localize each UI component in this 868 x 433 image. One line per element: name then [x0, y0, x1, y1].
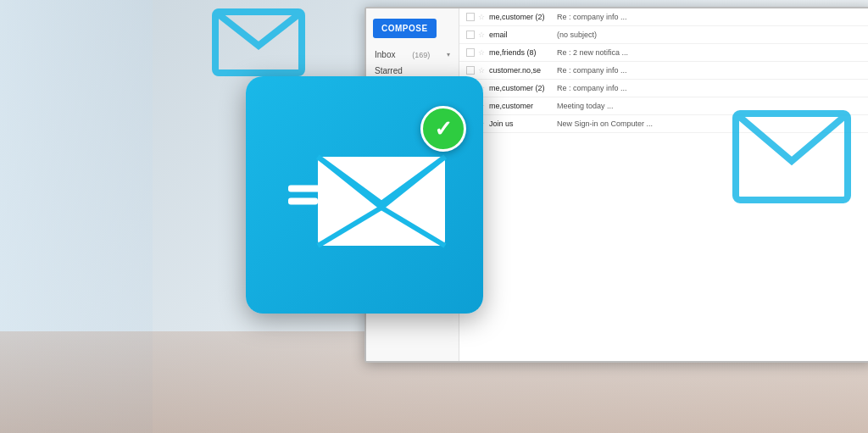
email-checkbox[interactable]: [466, 48, 475, 57]
email-row[interactable]: ☆ email (no subject): [459, 26, 868, 44]
email-row[interactable]: ☆ me,friends (8) Re : 2 new notifica ...: [459, 44, 868, 62]
star-icon[interactable]: ☆: [478, 48, 485, 57]
floating-envelope-top-left: [212, 8, 305, 76]
email-checkbox[interactable]: [466, 13, 475, 21]
email-checkbox[interactable]: [466, 66, 475, 75]
star-icon[interactable]: ☆: [478, 13, 485, 21]
star-icon[interactable]: ☆: [478, 31, 485, 39]
compose-button[interactable]: COMPOSE: [373, 19, 437, 38]
email-row[interactable]: ☆ me,customer (2) Re : company info ...: [459, 8, 868, 26]
floating-envelope-right: [732, 110, 851, 203]
email-checkbox[interactable]: [466, 31, 475, 39]
card-decoration-lines: [288, 186, 326, 205]
email-row[interactable]: ☆ customer.no,se Re : company info ...: [459, 62, 868, 80]
card-line-2: [288, 198, 318, 205]
check-badge: ✓: [420, 106, 466, 152]
email-row[interactable]: ☆ me,customer (2) Re : company info ...: [459, 80, 868, 97]
check-icon: ✓: [434, 118, 453, 140]
star-icon[interactable]: ☆: [478, 66, 485, 75]
main-card: ✓: [246, 76, 483, 314]
card-line-1: [288, 186, 326, 192]
sidebar-item-inbox[interactable]: Inbox (169) ▾: [366, 47, 459, 63]
card-envelope-icon: [314, 140, 449, 250]
